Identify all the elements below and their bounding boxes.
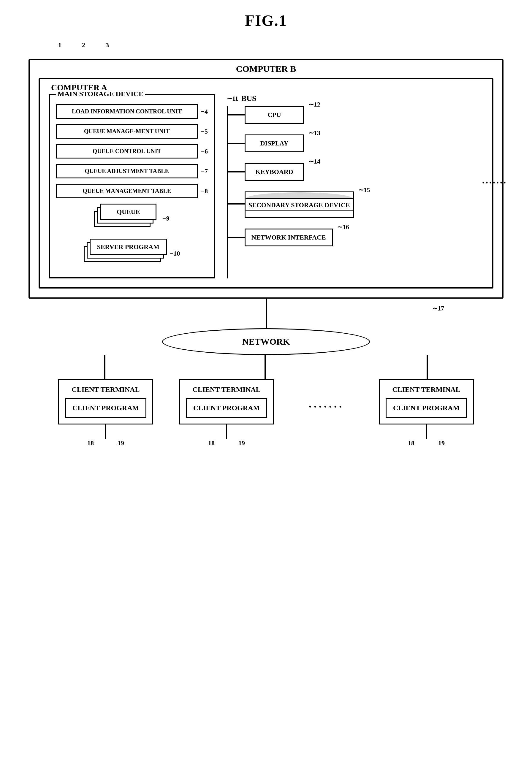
- ref13: ∼13: [308, 129, 320, 137]
- client-program-1-box: CLIENT PROGRAM: [65, 398, 146, 418]
- ref17: ∼17: [432, 304, 444, 312]
- ref8: −8: [201, 187, 208, 195]
- terminal-3-bottom-line: [426, 424, 427, 439]
- client-program-2-box: CLIENT PROGRAM: [186, 398, 267, 418]
- keyboard-connector: [227, 171, 245, 173]
- ref5: −5: [201, 128, 208, 135]
- network-ellipse: NETWORK: [162, 328, 370, 355]
- main-vertical-line: [266, 299, 267, 328]
- main-storage-box: MAIN STORAGE DEVICE LOAD INFORMATION CON…: [49, 94, 215, 278]
- terminal-2-bottom-line: [226, 424, 227, 439]
- client-program-3-box: CLIENT PROGRAM: [386, 398, 467, 418]
- terminal-2: CLIENT TERMINAL CLIENT PROGRAM 18 19: [179, 379, 274, 447]
- terminal-2-box: CLIENT TERMINAL CLIENT PROGRAM: [179, 379, 274, 424]
- ref19-3: 19: [438, 439, 445, 447]
- ref15: ∼15: [358, 186, 370, 194]
- ref10: −10: [170, 250, 180, 258]
- load-info-box: LOAD INFORMATION CONTROL UNIT: [56, 104, 198, 119]
- computer-b-label: COMPUTER B: [233, 64, 299, 74]
- ref7: −7: [201, 167, 208, 175]
- terminal-1-label: CLIENT TERMINAL: [65, 385, 146, 394]
- display-box: DISPLAY: [245, 135, 304, 152]
- ref18-3: 18: [408, 439, 414, 447]
- ref3: 3: [106, 41, 109, 49]
- terminal-3-box: CLIENT TERMINAL CLIENT PROGRAM: [379, 379, 474, 424]
- queue-mgmt-box: QUEUE MANAGE-MENT UNIT: [56, 124, 198, 139]
- ref19-1: 19: [118, 439, 124, 447]
- ref1: 1: [58, 41, 61, 49]
- cpu-box: CPU: [245, 106, 304, 124]
- queue-adj-box: QUEUE ADJUSTMENT TABLE: [56, 164, 198, 179]
- terminal-3: CLIENT TERMINAL CLIENT PROGRAM 18 19: [379, 379, 474, 447]
- secondary-connector: [227, 203, 245, 205]
- ref12: ∼12: [308, 100, 320, 108]
- computer-b-box: COMPUTER B COMPUTER A MAIN STORAGE DEVIC…: [28, 59, 504, 299]
- left-terminal-line-top: [104, 355, 105, 379]
- ref6: −6: [201, 147, 208, 155]
- ref18-2: 18: [208, 439, 215, 447]
- center-terminal-line-top: [265, 355, 266, 379]
- terminal-1-box: CLIENT TERMINAL CLIENT PROGRAM: [58, 379, 153, 424]
- display-connector: [227, 143, 245, 144]
- ref14: ∼14: [308, 158, 320, 165]
- terminal-1: CLIENT TERMINAL CLIENT PROGRAM 18 19: [58, 379, 153, 447]
- ref19-2: 19: [238, 439, 245, 447]
- ref2: 2: [82, 41, 85, 49]
- queue-ctrl-box: QUEUE CONTROL UNIT: [56, 144, 198, 158]
- bus-label: BUS: [241, 94, 257, 103]
- queue-box-1: QUEUE: [100, 204, 156, 220]
- computer-a-box: COMPUTER A MAIN STORAGE DEVICE LOAD INFO…: [39, 78, 493, 289]
- server-box-1: SERVER PROGRAM: [90, 239, 167, 255]
- keyboard-box: KEYBOARD: [245, 163, 304, 181]
- network-interface-box: NETWORK INTERFACE: [245, 228, 333, 246]
- right-ellipsis: .......: [482, 175, 507, 186]
- ref9: −9: [162, 215, 170, 222]
- terminal-ellipsis: .......: [309, 398, 344, 410]
- ref11: ∼11: [227, 95, 238, 102]
- secondary-storage-cylinder: SECONDARY STORAGE DEVICE: [245, 191, 354, 218]
- ref18-1: 18: [87, 439, 94, 447]
- ref4: −4: [201, 108, 208, 115]
- terminal-3-label: CLIENT TERMINAL: [386, 385, 467, 394]
- cpu-connector: [227, 114, 245, 115]
- terminal-2-label: CLIENT TERMINAL: [186, 385, 267, 394]
- terminal-1-bottom-line: [105, 424, 106, 439]
- main-storage-label: MAIN STORAGE DEVICE: [56, 90, 145, 98]
- page-title: FIG.1: [245, 12, 287, 29]
- ref16: ∼16: [337, 223, 349, 231]
- queue-mgmt-table-box: QUEUE MANAGEMENT TABLE: [56, 184, 198, 198]
- network-interface-connector: [227, 237, 245, 238]
- right-terminal-line-top: [427, 355, 428, 379]
